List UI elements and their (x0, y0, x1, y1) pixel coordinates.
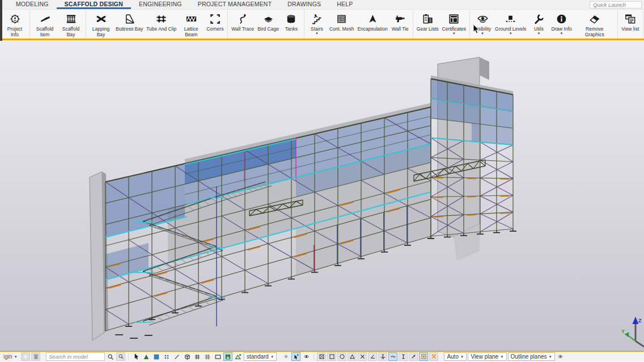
blue-square-icon (153, 354, 160, 360)
mouse-cursor (472, 24, 480, 35)
snap-points-button[interactable] (317, 352, 326, 361)
cone-select-button[interactable] (142, 352, 151, 361)
visibility-dropdown-caret[interactable]: ▼ (481, 32, 484, 35)
remove-graphics-button[interactable]: Remove Graphics (574, 11, 616, 37)
utils-icon (532, 12, 545, 26)
plane-visibility-button[interactable] (556, 352, 565, 361)
draw-info-dropdown-caret[interactable]: ▼ (560, 32, 564, 35)
snap-grid-button[interactable] (419, 352, 428, 361)
snap-extension-button[interactable] (378, 352, 387, 361)
tab-drawings[interactable]: DRAWINGS (279, 0, 329, 9)
tab-scaffold-design[interactable]: SCAFFOLD DESIGN (57, 0, 131, 9)
wall-trace-button[interactable]: Wall Trace (230, 11, 256, 32)
wave-icon (390, 354, 396, 360)
points-button[interactable] (162, 352, 171, 361)
certificates-dropdown-caret[interactable]: ▼ (452, 32, 456, 35)
origin-dropdown[interactable]: igin ▼ (1, 352, 20, 361)
bird-cage-button[interactable]: Bird Cage (256, 11, 281, 32)
search-icon-button[interactable] (106, 352, 115, 361)
add-button[interactable]: + (21, 352, 30, 361)
ribbon-toolbar: Project Info Scaffold Item Scaffold Bay (0, 10, 644, 40)
wall-trace-icon (236, 12, 249, 26)
circle-icon (339, 354, 345, 360)
certificates-icon (447, 12, 460, 26)
lattice-beam-button[interactable]: Lattice Beam (178, 11, 204, 37)
search-in-box-button[interactable] (116, 352, 125, 361)
lapping-bay-button[interactable]: Lapping Bay (88, 11, 114, 37)
stairs-button[interactable]: Stairs ▼ (306, 11, 328, 35)
plane-button[interactable] (213, 352, 222, 361)
snap-visibility-button[interactable] (302, 352, 311, 361)
snap-reference-button[interactable] (399, 352, 408, 361)
grid-button[interactable] (193, 352, 202, 361)
snap-endpoint-button[interactable] (327, 352, 336, 361)
angle-snap-icon (370, 354, 376, 360)
gear-lists-button[interactable]: Gear Lists (415, 11, 440, 32)
certificates-button[interactable]: Certificates ▼ (440, 11, 468, 35)
window-edge-strip (0, 0, 2, 41)
ground-levels-dropdown-caret[interactable]: ▼ (509, 32, 512, 35)
ribbon-group-view-tools: Visibility ▼ Ground Levels ▼ Utils (470, 10, 618, 39)
grid-icon (194, 354, 201, 360)
viewport-3d[interactable]: ZY (0, 40, 644, 351)
ground-levels-button[interactable]: Ground Levels ▼ (493, 11, 528, 35)
bird-cage-icon (262, 12, 275, 26)
snap-nearest-button[interactable] (388, 352, 397, 361)
utils-button[interactable]: Utils ▼ (528, 11, 549, 35)
project-info-button[interactable]: Project Info (2, 11, 28, 37)
angle-button[interactable] (234, 352, 243, 361)
x-icon (359, 354, 366, 360)
draw-info-button[interactable]: Draw Info ▼ (549, 11, 573, 35)
tab-engineering[interactable]: ENGINEERING (131, 0, 190, 9)
cont-mesh-icon (335, 12, 348, 26)
corners-button[interactable]: Corners (204, 11, 226, 32)
view-plane-dropdown[interactable]: View plane ▼ (468, 352, 506, 361)
snap-center-button[interactable] (337, 352, 346, 361)
area-select-button[interactable] (152, 352, 161, 361)
encapsulation-button[interactable]: Encapsulation (355, 11, 389, 32)
outline-planes-dropdown[interactable]: Outline planes ▼ (508, 352, 555, 361)
outline-planes-caret-icon: ▼ (549, 355, 552, 359)
tanks-button[interactable]: Tanks (281, 11, 302, 32)
render-view-button[interactable] (223, 352, 232, 361)
snap-perpendicular-button[interactable] (368, 352, 377, 361)
snap-settings-button[interactable]: ✳ (281, 352, 290, 361)
line-button[interactable] (172, 352, 181, 361)
snap-intersection-button[interactable] (358, 352, 367, 361)
search-boxed-icon (118, 354, 124, 360)
buttress-bay-button[interactable]: Buttress Bay (114, 11, 145, 32)
model-search-input[interactable] (46, 352, 105, 361)
triangle-icon (349, 354, 355, 360)
cursor-dot-icon (293, 354, 299, 360)
delete-button[interactable] (31, 352, 40, 361)
green-angle-icon (235, 354, 242, 360)
wall-tie-button[interactable]: Wall Tie (389, 11, 411, 32)
snap-free-button[interactable] (429, 352, 438, 361)
gear-lists-icon (421, 12, 434, 26)
ground-levels-icon (504, 12, 517, 26)
tab-project-management[interactable]: PROJECT MANAGEMENT (190, 0, 280, 9)
orange-x-icon (431, 354, 437, 360)
tab-help[interactable]: HELP (329, 0, 361, 9)
quick-launch-input[interactable] (590, 1, 642, 8)
view-list-button[interactable]: View list (620, 11, 641, 32)
snap-midpoint-button[interactable] (348, 352, 357, 361)
cont-mesh-button[interactable]: Cont. Mesh (328, 11, 355, 32)
tab-modeling[interactable]: MODELING (8, 0, 57, 9)
stairs-icon (310, 12, 323, 26)
stairs-dropdown-caret[interactable]: ▼ (315, 32, 319, 35)
solid-button[interactable] (183, 352, 192, 361)
corners-icon (209, 12, 222, 26)
tanks-icon (285, 12, 298, 26)
snap-any-button[interactable] (409, 352, 418, 361)
scaffold-item-button[interactable]: Scaffold Item (32, 11, 58, 37)
tube-and-clip-button[interactable]: Tube And Clip (145, 11, 178, 32)
grid-points-button[interactable] (203, 352, 212, 361)
smart-select-button[interactable] (291, 352, 300, 361)
utils-dropdown-caret[interactable]: ▼ (537, 32, 540, 35)
select-cursor-button[interactable] (132, 352, 141, 361)
selection-filter-dropdown[interactable]: standard ▼ (244, 352, 277, 361)
scaffold-bay-button[interactable]: Scaffold Bay (58, 11, 84, 37)
axis-line-icon (380, 354, 386, 360)
snap-mode-dropdown[interactable]: Auto ▼ (444, 352, 467, 361)
